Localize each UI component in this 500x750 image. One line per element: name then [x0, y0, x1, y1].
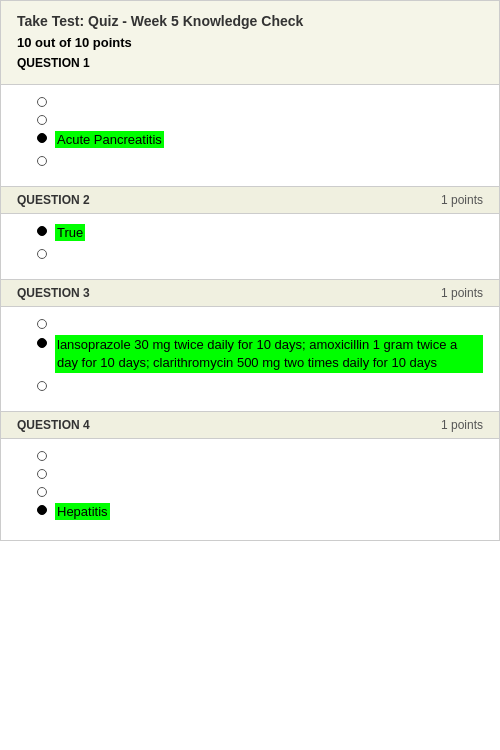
q1-radio-1[interactable] — [37, 97, 47, 107]
q3-answer-3[interactable] — [37, 379, 483, 391]
q1-answer-3-text: Acute Pancreatitis — [55, 131, 164, 148]
q3-radio-3[interactable] — [37, 381, 47, 391]
q1-answer-2[interactable] — [37, 113, 483, 125]
q1-label: QUESTION 1 — [17, 56, 483, 70]
q3-label: QUESTION 3 — [17, 286, 90, 300]
q4-radio-4[interactable] — [37, 505, 47, 515]
q1-answer-1[interactable] — [37, 95, 483, 107]
q1-radio-4[interactable] — [37, 156, 47, 166]
q2-answer-2[interactable] — [37, 247, 483, 259]
question-4-body: Hepatitis — [0, 439, 500, 541]
q1-answer-4[interactable] — [37, 154, 483, 166]
q4-radio-3[interactable] — [37, 487, 47, 497]
q4-answer-3[interactable] — [37, 485, 483, 497]
q3-answer-1[interactable] — [37, 317, 483, 329]
q3-answer-2-text: lansoprazole 30 mg twice daily for 10 da… — [55, 335, 483, 373]
question-2-header: QUESTION 2 1 points — [0, 187, 500, 214]
q1-radio-3[interactable] — [37, 133, 47, 143]
q4-label: QUESTION 4 — [17, 418, 90, 432]
q2-answer-1-text: True — [55, 224, 85, 241]
q4-answer-4-text: Hepatitis — [55, 503, 110, 520]
q2-points: 1 points — [441, 193, 483, 207]
q4-answer-1[interactable] — [37, 449, 483, 461]
q3-radio-1[interactable] — [37, 319, 47, 329]
q2-answer-1[interactable]: True — [37, 224, 483, 241]
question-4-header: QUESTION 4 1 points — [0, 412, 500, 439]
question-1-body: Acute Pancreatitis — [0, 85, 500, 187]
quiz-title: Take Test: Quiz - Week 5 Knowledge Check — [17, 13, 483, 29]
question-3-body: lansoprazole 30 mg twice daily for 10 da… — [0, 307, 500, 412]
q4-points: 1 points — [441, 418, 483, 432]
q1-answer-3[interactable]: Acute Pancreatitis — [37, 131, 483, 148]
q3-points: 1 points — [441, 286, 483, 300]
q3-answer-2[interactable]: lansoprazole 30 mg twice daily for 10 da… — [37, 335, 483, 373]
q2-label: QUESTION 2 — [17, 193, 90, 207]
page-container: Take Test: Quiz - Week 5 Knowledge Check… — [0, 0, 500, 541]
q4-answer-2[interactable] — [37, 467, 483, 479]
q4-answer-4[interactable]: Hepatitis — [37, 503, 483, 520]
q4-radio-2[interactable] — [37, 469, 47, 479]
q2-radio-1[interactable] — [37, 226, 47, 236]
points-summary: 10 out of 10 points — [17, 35, 483, 50]
q1-radio-2[interactable] — [37, 115, 47, 125]
q3-radio-2[interactable] — [37, 338, 47, 348]
header-section: Take Test: Quiz - Week 5 Knowledge Check… — [0, 0, 500, 85]
q4-radio-1[interactable] — [37, 451, 47, 461]
question-3-header: QUESTION 3 1 points — [0, 280, 500, 307]
question-2-body: True — [0, 214, 500, 280]
q2-radio-2[interactable] — [37, 249, 47, 259]
